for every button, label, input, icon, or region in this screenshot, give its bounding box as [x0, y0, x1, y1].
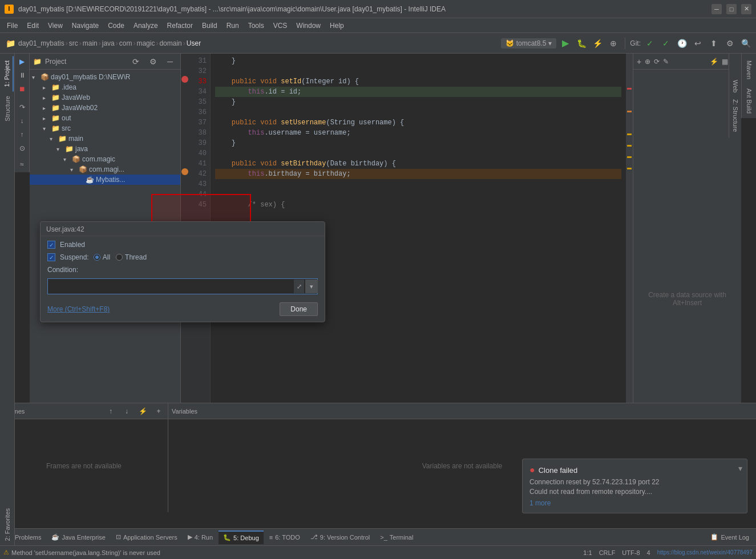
menu-build[interactable]: Build: [197, 21, 222, 31]
notification-more-link[interactable]: 1 more: [529, 499, 740, 507]
debug-pause[interactable]: ⏸: [17, 70, 28, 81]
tool-tab-project[interactable]: 1: Project: [1, 56, 14, 91]
git-push[interactable]: ⬆: [707, 37, 721, 50]
tree-javaweb02[interactable]: ▸ 📁 JavaWeb02: [30, 103, 180, 113]
tab-terminal[interactable]: >_ Terminal: [375, 530, 418, 544]
git-settings[interactable]: ⚙: [723, 37, 737, 50]
db-refresh-btn[interactable]: ⟳: [654, 58, 660, 66]
condition-dropdown-btn[interactable]: ▾: [305, 280, 318, 293]
git-check1[interactable]: ✓: [643, 37, 657, 50]
menu-navigate[interactable]: Navigate: [67, 21, 103, 31]
tab-run[interactable]: ▶ 4: Run: [183, 530, 217, 544]
maximize-button[interactable]: □: [726, 4, 737, 14]
search-everywhere[interactable]: 🔍: [739, 37, 753, 50]
db-filter-btn[interactable]: ⚡: [710, 58, 718, 66]
db-add-btn[interactable]: +: [637, 57, 641, 66]
breakpoint-33[interactable]: [181, 74, 189, 84]
crlf-indicator[interactable]: CRLF: [599, 549, 616, 556]
radio-thread[interactable]: Thread: [116, 253, 147, 261]
tool-tab-maven[interactable]: Maven: [743, 56, 755, 84]
tool-tab-structure[interactable]: Structure: [2, 91, 13, 126]
tree-mybatis-file[interactable]: ▸ ☕ Mybatis...: [30, 175, 180, 185]
db-edit-btn[interactable]: ✎: [663, 58, 669, 66]
menu-code[interactable]: Code: [103, 21, 129, 31]
git-rollback[interactable]: ↩: [691, 37, 705, 50]
git-history[interactable]: 🕐: [675, 37, 689, 50]
profile-button[interactable]: ⊕: [607, 37, 620, 50]
debug-step-into[interactable]: ↓: [17, 115, 28, 127]
more-link[interactable]: More (Ctrl+Shift+F8): [47, 305, 110, 313]
menu-help[interactable]: Help: [325, 21, 349, 31]
minimize-button[interactable]: ─: [711, 4, 722, 14]
db-table-btn[interactable]: ▦: [722, 58, 728, 66]
tree-idea[interactable]: ▸ 📁 .idea: [30, 82, 180, 92]
close-button[interactable]: ✕: [741, 4, 751, 14]
tree-jw-label: JavaWeb: [62, 94, 90, 102]
tree-javaweb[interactable]: ▸ 📁 JavaWeb: [30, 92, 180, 103]
run-button[interactable]: ▶: [559, 37, 572, 50]
tab-todo[interactable]: ≡ 6: TODO: [265, 530, 305, 544]
suspend-checkbox[interactable]: ✓: [47, 253, 55, 261]
menu-file[interactable]: File: [2, 21, 22, 31]
debug-evaluate[interactable]: ≈: [17, 159, 28, 170]
debug-run-cursor[interactable]: ⊙: [17, 143, 28, 154]
menu-refactor[interactable]: Refactor: [163, 21, 197, 31]
menu-edit[interactable]: Edit: [22, 21, 43, 31]
tree-src[interactable]: ▾ 📁 src: [30, 123, 180, 133]
debug-resume[interactable]: ▶: [17, 56, 28, 67]
frames-filter-btn[interactable]: ⚡: [137, 406, 148, 417]
radio-all-btn[interactable]: [94, 254, 100, 261]
menu-tools[interactable]: Tools: [244, 21, 269, 31]
debug-stop[interactable]: ⏹: [17, 83, 28, 95]
tab-vcs[interactable]: ⎇ 9: Version Control: [306, 530, 374, 544]
project-sync-btn[interactable]: ⟳: [129, 55, 143, 68]
menu-vcs[interactable]: VCS: [269, 21, 292, 31]
tab-app-servers[interactable]: ⊡ Application Servers: [111, 530, 182, 544]
indent-indicator[interactable]: 4: [647, 549, 650, 556]
frames-add-btn[interactable]: +: [153, 406, 164, 417]
frames-down-btn[interactable]: ↓: [121, 406, 132, 417]
window-controls[interactable]: ─ □ ✕: [711, 4, 751, 14]
tree-main[interactable]: ▾ 📁 main: [30, 133, 180, 144]
project-close-btn[interactable]: ─: [163, 55, 177, 68]
tree-out[interactable]: ▸ 📁 out: [30, 113, 180, 123]
breakpoint-42[interactable]: [181, 167, 189, 177]
debug-step-over[interactable]: ↷: [17, 102, 28, 113]
radio-thread-btn[interactable]: [116, 254, 123, 261]
menu-window[interactable]: Window: [292, 21, 325, 31]
breakpoint-41[interactable]: [181, 156, 189, 167]
tree-com-magic[interactable]: ▾ 📦 com.magic: [30, 154, 180, 164]
notification-close-btn[interactable]: ▾: [738, 464, 742, 473]
web-tab[interactable]: Web: [731, 76, 740, 96]
tree-java[interactable]: ▾ 📁 java: [30, 144, 180, 154]
coverage-button[interactable]: ⚡: [591, 37, 604, 50]
enabled-checkbox[interactable]: ✓: [47, 241, 55, 249]
tool-tab-ant[interactable]: Ant Build: [743, 84, 755, 118]
project-gear-btn[interactable]: ⚙: [146, 55, 160, 68]
tree-root[interactable]: ▾ 📦 day01_mybatis D:\NEW\R: [30, 72, 180, 82]
tab-java-ee[interactable]: ☕ Java Enterprise: [47, 530, 110, 544]
structure-tab-right[interactable]: Z: Structure: [731, 96, 740, 135]
tab-debug[interactable]: 🐛 5: Debug: [219, 530, 264, 544]
tab-event-log[interactable]: 📋 Event Log: [706, 530, 754, 544]
done-button[interactable]: Done: [280, 302, 318, 316]
status-bar: ⚠ Method 'setUsername(java.lang.String)'…: [0, 545, 756, 559]
frames-up-btn[interactable]: ↑: [105, 406, 116, 417]
condition-input[interactable]: [47, 278, 318, 294]
run-config[interactable]: 🐱 tomcat8.5 ▾: [501, 38, 557, 48]
radio-all[interactable]: All: [94, 253, 110, 261]
git-check2[interactable]: ✓: [659, 37, 673, 50]
condition-expand-btn[interactable]: ⤢: [294, 280, 304, 293]
tool-tab-favorites[interactable]: 2: Favorites: [2, 504, 13, 545]
menu-run[interactable]: Run: [222, 21, 244, 31]
menu-view[interactable]: View: [43, 21, 67, 31]
menu-analyze[interactable]: Analyze: [129, 21, 163, 31]
encoding-indicator[interactable]: UTF-8: [622, 549, 640, 556]
db-copy-btn[interactable]: ⊕: [645, 58, 650, 66]
tree-com-magi[interactable]: ▾ 📦 com.magi...: [30, 164, 180, 175]
debug-button[interactable]: 🐛: [575, 37, 588, 50]
clone-failed-notification: ● Clone failed Connection reset by 52.74…: [522, 459, 747, 513]
line-col-indicator[interactable]: 1:1: [583, 549, 592, 556]
breadcrumb-project[interactable]: day01_mybatis: [18, 39, 64, 47]
debug-step-out[interactable]: ↑: [17, 129, 28, 140]
